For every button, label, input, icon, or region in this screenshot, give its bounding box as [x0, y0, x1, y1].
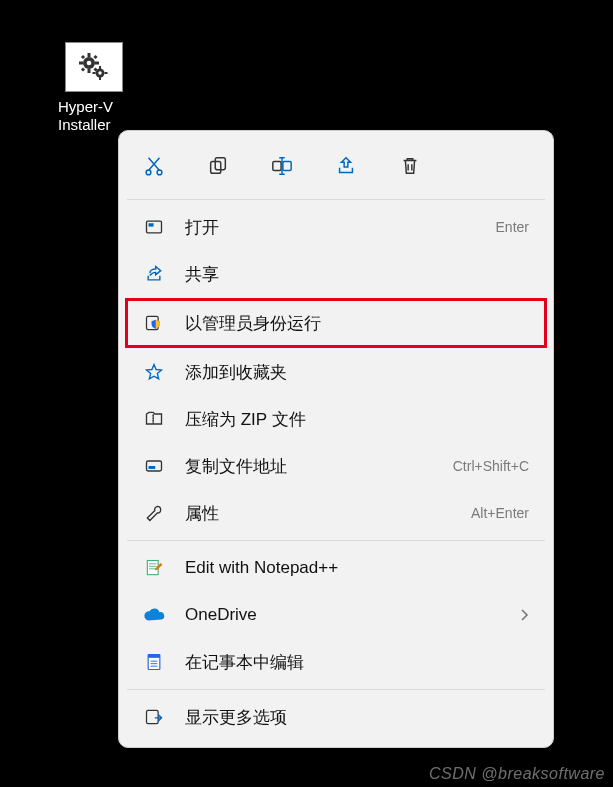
menu-item-add-favorite[interactable]: 添加到收藏夹 — [125, 349, 547, 395]
desktop-icon-hyperv-installer[interactable]: Hyper-V Installer — [50, 42, 138, 134]
onedrive-icon — [143, 604, 165, 626]
menu-item-label: 共享 — [185, 263, 529, 286]
menu-item-label: Edit with Notepad++ — [185, 558, 529, 578]
chevron-right-icon — [519, 609, 529, 621]
divider — [127, 540, 545, 541]
copy-path-icon — [143, 455, 165, 477]
open-icon — [143, 216, 165, 238]
menu-item-shortcut: Enter — [496, 219, 529, 235]
share-arrow-icon — [143, 263, 165, 285]
svg-rect-8 — [81, 67, 85, 71]
svg-rect-20 — [273, 161, 281, 170]
rename-icon — [270, 155, 294, 177]
svg-rect-3 — [79, 62, 83, 65]
more-options-icon — [143, 706, 165, 728]
share-icon — [335, 155, 357, 177]
menu-item-label: 在记事本中编辑 — [185, 651, 529, 674]
menu-item-run-as-admin[interactable]: 以管理员身份运行 — [125, 298, 547, 348]
svg-rect-5 — [81, 55, 85, 59]
folder-zip-icon — [143, 408, 165, 430]
notepadpp-icon — [143, 557, 165, 579]
copy-button[interactable] — [195, 145, 241, 187]
menu-item-onedrive[interactable]: OneDrive — [125, 592, 547, 638]
menu-item-edit-notepadpp[interactable]: Edit with Notepad++ — [125, 545, 547, 591]
menu-item-edit-notepad[interactable]: 在记事本中编辑 — [125, 639, 547, 685]
context-menu: 打开 Enter 共享 以管理员身份运行 添加到收藏夹 压缩为 ZIP 文件 复… — [118, 130, 554, 748]
star-icon — [143, 361, 165, 383]
menu-item-label: 压缩为 ZIP 文件 — [185, 408, 529, 431]
desktop-icon-label: Hyper-V Installer — [58, 98, 138, 134]
divider — [127, 689, 545, 690]
svg-rect-22 — [147, 221, 162, 233]
menu-item-compress-zip[interactable]: 压缩为 ZIP 文件 — [125, 396, 547, 442]
delete-icon — [399, 155, 421, 177]
menu-item-label: 显示更多选项 — [185, 706, 529, 729]
watermark: CSDN @breaksoftware — [429, 765, 605, 783]
svg-rect-13 — [93, 72, 96, 74]
cut-button[interactable] — [131, 145, 177, 187]
svg-rect-26 — [149, 466, 156, 469]
cut-icon — [143, 155, 165, 177]
svg-rect-14 — [105, 72, 108, 74]
copy-icon — [207, 155, 229, 177]
svg-point-16 — [146, 170, 151, 175]
divider — [127, 199, 545, 200]
menu-item-copy-path[interactable]: 复制文件地址 Ctrl+Shift+C — [125, 443, 547, 489]
svg-rect-30 — [147, 710, 159, 723]
menu-item-open[interactable]: 打开 Enter — [125, 204, 547, 250]
svg-rect-11 — [99, 66, 101, 69]
menu-item-label: 打开 — [185, 216, 496, 239]
file-icon-tile — [65, 42, 123, 92]
menu-item-label: 添加到收藏夹 — [185, 361, 529, 384]
menu-item-properties[interactable]: 属性 Alt+Enter — [125, 490, 547, 536]
svg-point-17 — [157, 170, 162, 175]
svg-rect-23 — [149, 223, 154, 226]
svg-rect-7 — [93, 55, 97, 59]
svg-rect-21 — [283, 161, 291, 170]
shield-icon — [143, 312, 165, 334]
svg-rect-2 — [88, 69, 91, 73]
menu-item-label: 属性 — [185, 502, 471, 525]
menu-item-label: 以管理员身份运行 — [185, 312, 529, 335]
menu-item-shortcut: Ctrl+Shift+C — [453, 458, 529, 474]
rename-button[interactable] — [259, 145, 305, 187]
menu-item-show-more[interactable]: 显示更多选项 — [125, 694, 547, 740]
svg-rect-29 — [148, 655, 160, 658]
share-button[interactable] — [323, 145, 369, 187]
context-menu-toolbar — [119, 137, 553, 195]
delete-button[interactable] — [387, 145, 433, 187]
svg-rect-12 — [99, 77, 101, 80]
menu-item-label: OneDrive — [185, 605, 519, 625]
svg-rect-1 — [88, 53, 91, 57]
menu-item-label: 复制文件地址 — [185, 455, 453, 478]
svg-rect-4 — [95, 62, 99, 65]
svg-point-9 — [87, 61, 92, 66]
svg-point-15 — [98, 71, 101, 74]
menu-item-share[interactable]: 共享 — [125, 251, 547, 297]
menu-item-shortcut: Alt+Enter — [471, 505, 529, 521]
notepad-icon — [143, 651, 165, 673]
wrench-icon — [143, 502, 165, 524]
gears-icon — [79, 53, 109, 81]
